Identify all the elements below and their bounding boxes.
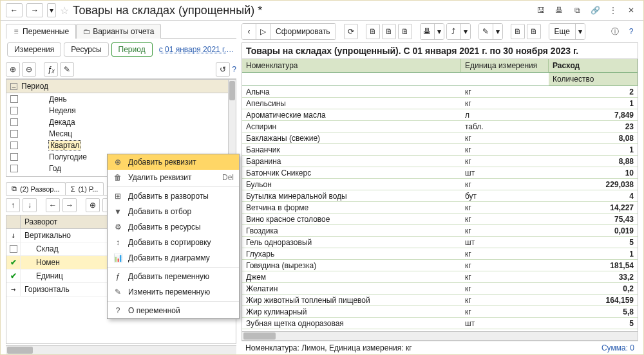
pill-resources[interactable]: Ресурсы	[64, 42, 108, 57]
table-row[interactable]: Зубная щетка одноразоваяшт5	[242, 318, 638, 329]
pen-dd[interactable]: ▾	[493, 24, 502, 39]
nav-forward-button[interactable]: →	[26, 3, 43, 17]
refresh-button[interactable]: ⟳	[344, 24, 358, 39]
col-nomenclature[interactable]: Номенклатура	[242, 59, 461, 72]
add-button[interactable]: ⊕	[6, 62, 20, 77]
move-down-button[interactable]: ↓	[23, 198, 37, 212]
tree-item[interactable]: Месяц	[6, 128, 236, 140]
menu-item[interactable]: ▼Добавить в отбор	[108, 204, 239, 219]
tree-item[interactable]: Неделя	[6, 105, 236, 116]
context-menu[interactable]: ⊕Добавить реквизит🗑Удалить реквизитDel⊞Д…	[107, 154, 240, 319]
export-button[interactable]: ⤴	[447, 24, 461, 39]
table-row[interactable]: Жир кулинарныйкг5,8	[242, 306, 638, 318]
more-icon[interactable]: ⋮	[606, 4, 620, 17]
more-button[interactable]: Еще	[549, 24, 576, 39]
checkbox-icon[interactable]	[10, 141, 18, 149]
print-dd[interactable]: ▾	[435, 24, 444, 39]
table-row[interactable]: Джемкг33,2	[242, 271, 638, 283]
copy-icon[interactable]: ⧉	[570, 4, 584, 17]
doce-button[interactable]: 🗎	[511, 24, 525, 39]
link-icon[interactable]: 🔗	[588, 4, 602, 17]
menu-item[interactable]: ✎Изменить переменную	[108, 284, 239, 300]
table-row[interactable]: Батончик Сникерсшт10	[242, 167, 638, 179]
grid-body[interactable]: Алычакг2Апельсиныкг1Ароматические маслал…	[242, 86, 638, 331]
checkbox-icon[interactable]	[10, 165, 18, 172]
play-button[interactable]: ▷	[256, 24, 270, 39]
more-dd[interactable]: ▾	[576, 24, 585, 39]
checkbox-icon[interactable]	[10, 153, 18, 161]
table-row[interactable]: Говядина (вырезка)кг181,54	[242, 260, 638, 271]
table-row[interactable]: Желатинкг0,2	[242, 283, 638, 295]
menu-item[interactable]: 🗑Удалить реквизитDel	[108, 170, 239, 185]
doc2-button[interactable]: 🗎	[382, 24, 396, 39]
menu-item[interactable]: ƒДобавить переменную	[108, 269, 239, 284]
table-row[interactable]: Глухарькг1	[242, 248, 638, 260]
menu-item[interactable]: ⊕Добавить реквизит	[108, 154, 239, 170]
col-qty[interactable]: Количество	[549, 73, 638, 86]
pill-period[interactable]: Период	[111, 42, 153, 57]
pivot-tab-1[interactable]: ⧉(2) Развор...	[6, 182, 66, 195]
menu-item[interactable]: ⚙Добавить в ресурсы	[108, 219, 239, 235]
pen-button[interactable]: ✎	[479, 24, 493, 39]
nav-back-button[interactable]: ←	[6, 3, 23, 17]
pivot-tab-2[interactable]: Σ(1) Р...	[65, 182, 104, 195]
doc3-button[interactable]: 🗎	[398, 24, 412, 39]
pivot-add-button[interactable]: ⊕	[86, 198, 100, 212]
checkbox-icon[interactable]	[10, 107, 18, 114]
help-link[interactable]: ?	[232, 65, 236, 74]
menu-item[interactable]: 📊Добавить в диаграмму	[108, 250, 239, 266]
undo-button[interactable]: ↺	[216, 62, 230, 77]
tab-variables[interactable]: ≡Переменные	[6, 24, 76, 39]
table-row[interactable]: Баранинакг8,88	[242, 156, 638, 167]
left-hscroll[interactable]	[6, 345, 236, 354]
nav-dropdown-button[interactable]: ▾	[47, 3, 56, 17]
print-button[interactable]: 🖶	[421, 24, 435, 39]
table-row[interactable]: Бульонкг229,038	[242, 179, 638, 190]
export-dd[interactable]: ▾	[461, 24, 470, 39]
table-row[interactable]: Бутылка минеральной водыбут4	[242, 190, 638, 202]
star-icon[interactable]: ☆	[60, 5, 69, 17]
checkbox-icon[interactable]	[10, 118, 18, 126]
tree-item[interactable]: Декада	[6, 116, 236, 128]
info-icon[interactable]: ⓘ	[608, 25, 622, 38]
print-icon[interactable]: 🖶	[552, 4, 566, 17]
tree-root-row[interactable]: – Период	[6, 80, 236, 93]
doc1-button[interactable]: 🗎	[366, 24, 380, 39]
table-row[interactable]: Жир животный топленый пищевойкг164,159	[242, 295, 638, 306]
table-row[interactable]: Гель одноразовыйшт5	[242, 237, 638, 248]
help-icon[interactable]: ?	[624, 25, 638, 38]
grid-hscroll[interactable]	[242, 331, 638, 340]
table-row[interactable]: Баклажаны (свежие)кг8,08	[242, 132, 638, 144]
collapse-icon[interactable]: –	[10, 83, 17, 90]
table-row[interactable]: Ароматические маслал7,849	[242, 109, 638, 121]
fx-button[interactable]: ƒᵪ	[44, 62, 58, 77]
move-up-button[interactable]: ↑	[6, 198, 20, 212]
generate-button[interactable]: Сформировать	[270, 24, 336, 39]
period-link[interactable]: с 01 января 2021 г. по ...	[159, 45, 235, 54]
close-icon[interactable]: ✕	[624, 4, 638, 17]
pill-measures[interactable]: Измерения	[7, 42, 61, 57]
checkbox-icon[interactable]	[10, 95, 18, 103]
table-row[interactable]: Ветчина в формекг14,227	[242, 202, 638, 214]
menu-item[interactable]: ↕Добавить в сортировку	[108, 235, 239, 250]
tree-item[interactable]: Квартал	[6, 140, 236, 151]
table-row[interactable]: Гвоздикакг0,019	[242, 225, 638, 237]
menu-item[interactable]: ⊞Добавить в развороты	[108, 188, 239, 204]
docf-button[interactable]: 🗎	[527, 24, 541, 39]
move-left-button[interactable]: ←	[46, 198, 60, 212]
tab-variants[interactable]: 🗀Варианты отчета	[76, 24, 161, 39]
col-unit[interactable]: Единица измерения	[461, 59, 549, 72]
prev-button[interactable]: ‹	[242, 24, 256, 39]
table-row[interactable]: Вино красное столовоекг75,43	[242, 214, 638, 225]
move-right-button[interactable]: →	[62, 198, 77, 212]
save-icon[interactable]: 🖫	[534, 4, 548, 17]
table-row[interactable]: Алычакг2	[242, 86, 638, 98]
menu-item[interactable]: ?О переменной	[108, 303, 239, 318]
col-expense[interactable]: Расход	[549, 59, 638, 72]
table-row[interactable]: Апельсиныкг1	[242, 98, 638, 109]
table-row[interactable]: Бананчиккг1	[242, 144, 638, 156]
tree-item[interactable]: День	[6, 93, 236, 105]
table-row[interactable]: Аспиринтабл.23	[242, 121, 638, 132]
edit-button[interactable]: ✎	[60, 62, 74, 77]
delete-button[interactable]: ⊖	[22, 62, 36, 77]
